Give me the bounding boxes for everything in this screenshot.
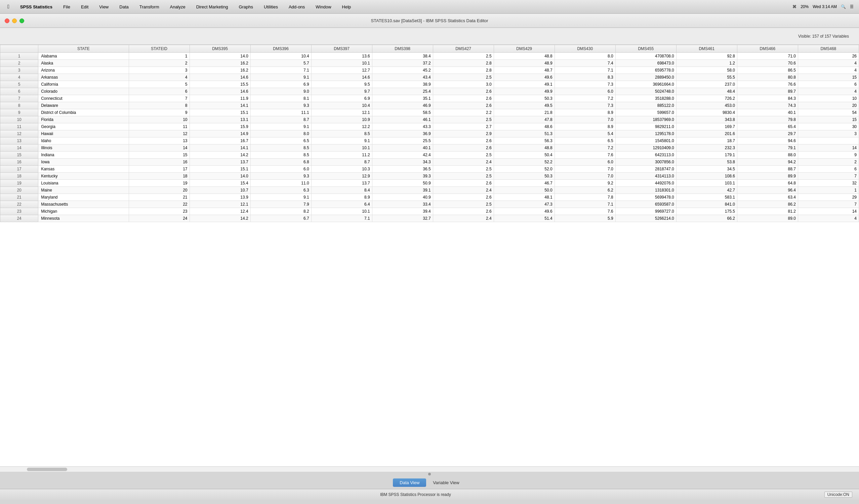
table-row[interactable]: 10Florida1013.18.710.946.12.547.87.01853… <box>0 116 859 123</box>
table-row[interactable]: 14Illinois1414.18.510.140.12.648.87.2129… <box>0 144 859 152</box>
table-row[interactable]: 8Delaware814.19.310.446.92.649.57.388512… <box>0 102 859 109</box>
cell-state: Delaware <box>38 102 129 109</box>
table-row[interactable]: 5California515.56.99.538.93.049.17.33696… <box>0 81 859 88</box>
cell-value: 3518288.0 <box>615 95 676 102</box>
cell-value: 6.9 <box>251 81 311 88</box>
col-dms398[interactable]: DMS398 <box>372 45 433 53</box>
transform-menu[interactable]: Transform <box>137 4 161 10</box>
col-dms397[interactable]: DMS397 <box>311 45 372 53</box>
close-button[interactable] <box>5 18 10 23</box>
table-row[interactable]: 19Louisiana1915.411.013.750.92.646.79.24… <box>0 180 859 187</box>
col-dms429[interactable]: DMS429 <box>494 45 555 53</box>
cell-value: 24 <box>129 215 190 222</box>
cell-value: 5 <box>129 81 190 88</box>
cell-value: 16.2 <box>190 60 251 67</box>
cell-value: 50.3 <box>494 95 555 102</box>
graphs-menu[interactable]: Graphs <box>237 4 255 10</box>
analyze-menu[interactable]: Analyze <box>168 4 187 10</box>
table-row[interactable]: 13Idaho1316.76.59.125.52.656.36.51545801… <box>0 137 859 144</box>
cell-value: 49.5 <box>494 102 555 109</box>
col-dms395[interactable]: DMS395 <box>190 45 251 53</box>
minimize-button[interactable] <box>12 18 17 23</box>
cell-value: 1318301.0 <box>615 187 676 194</box>
table-row[interactable]: 15Indiana1514.28.511.242.42.550.47.66423… <box>0 152 859 158</box>
cell-value: 43.3 <box>372 123 433 131</box>
cell-value: 9.3 <box>251 173 311 180</box>
window-menu[interactable]: Window <box>314 4 333 10</box>
row-number: 23 <box>0 208 38 215</box>
table-row[interactable]: 6Colorado614.69.09.725.42.649.96.0502474… <box>0 88 859 95</box>
table-row[interactable]: 22Massachusetts2212.17.96.433.42.547.37.… <box>0 201 859 208</box>
table-row[interactable]: 18Kentucky1814.09.312.939.32.550.37.0431… <box>0 173 859 180</box>
cell-value: 3 <box>129 67 190 74</box>
help-menu[interactable]: Help <box>340 4 353 10</box>
cell-value: 14.6 <box>190 88 251 95</box>
cell-value: 1545801.0 <box>615 137 676 144</box>
table-row[interactable]: 20Maine2010.76.38.439.12.450.06.21318301… <box>0 187 859 194</box>
file-menu[interactable]: File <box>61 4 72 10</box>
table-row[interactable]: 1Alabama114.010.413.638.42.548.88.047087… <box>0 53 859 60</box>
traffic-lights <box>5 18 24 23</box>
data-menu[interactable]: Data <box>117 4 131 10</box>
cell-value: 9 <box>798 152 859 158</box>
horizontal-scrollbar[interactable] <box>0 467 859 472</box>
utilities-menu[interactable]: Utilities <box>262 4 280 10</box>
col-state[interactable]: STATE <box>38 45 129 53</box>
row-number: 13 <box>0 137 38 144</box>
table-row[interactable]: 21Maryland2113.99.18.940.92.648.17.85699… <box>0 194 859 201</box>
cell-value: 48.8 <box>494 53 555 60</box>
tab-variable-view[interactable]: Variable View <box>426 478 466 487</box>
cell-value: 2.6 <box>433 102 494 109</box>
col-dms461[interactable]: DMS461 <box>676 45 737 53</box>
col-dms468[interactable]: DMS468 <box>798 45 859 53</box>
cell-value: 10.1 <box>311 60 372 67</box>
table-row[interactable]: 4Arkansas414.69.114.643.42.549.68.328894… <box>0 74 859 81</box>
data-table: STATE STATEID DMS395 DMS396 DMS397 DMS39… <box>0 45 859 222</box>
col-dms455[interactable]: DMS455 <box>615 45 676 53</box>
view-menu[interactable]: View <box>97 4 110 10</box>
table-row[interactable]: 11Georgia1115.99.112.243.32.748.68.99829… <box>0 123 859 131</box>
maximize-button[interactable] <box>19 18 24 23</box>
cell-state: Alabama <box>38 53 129 60</box>
cell-value: 6.9 <box>311 95 372 102</box>
cell-value: 14.1 <box>190 102 251 109</box>
tab-data-view[interactable]: Data View <box>393 478 426 487</box>
table-row[interactable]: 7Connecticut711.98.16.935.12.650.37.2351… <box>0 95 859 102</box>
col-dms396[interactable]: DMS396 <box>251 45 311 53</box>
cell-value: 2889450.0 <box>615 74 676 81</box>
cell-value: 6 <box>798 166 859 173</box>
table-row[interactable]: 23Michigan2312.48.210.139.42.649.67.6996… <box>0 208 859 215</box>
table-row[interactable]: 17Kansas1715.16.010.336.52.552.07.028187… <box>0 166 859 173</box>
cell-value: 7.3 <box>555 102 615 109</box>
col-stateid[interactable]: STATEID <box>129 45 190 53</box>
table-row[interactable]: 16Iowa1613.76.88.734.32.452.26.03007856.… <box>0 158 859 166</box>
clock: Wed 3:14 AM <box>813 4 837 9</box>
row-number: 4 <box>0 74 38 81</box>
add-ons-menu[interactable]: Add-ons <box>287 4 307 10</box>
row-number: 14 <box>0 144 38 152</box>
table-header: STATE STATEID DMS395 DMS396 DMS397 DMS39… <box>0 45 859 53</box>
direct-marketing-menu[interactable]: Direct Marketing <box>194 4 230 10</box>
table-row[interactable]: 3Arizona316.27.112.745.22.848.77.1659577… <box>0 67 859 74</box>
col-dms430[interactable]: DMS430 <box>555 45 615 53</box>
cell-value: 14.0 <box>190 53 251 60</box>
apple-menu[interactable]:  <box>5 3 12 11</box>
search-icon[interactable]: 🔍 <box>841 4 846 9</box>
notification-icon[interactable]: ☰ <box>850 4 854 9</box>
cell-value: 4 <box>798 67 859 74</box>
col-dms427[interactable]: DMS427 <box>433 45 494 53</box>
cell-value: 12.1 <box>190 201 251 208</box>
table-row[interactable]: 9District of Columbia915.111.112.158.52.… <box>0 109 859 116</box>
table-row[interactable]: 12Hawaii1214.98.08.536.92.951.35.4129517… <box>0 131 859 137</box>
row-number: 6 <box>0 88 38 95</box>
edit-menu[interactable]: Edit <box>79 4 90 10</box>
cell-value: 11.9 <box>190 95 251 102</box>
cell-value: 3 <box>798 131 859 137</box>
cell-value: 7.8 <box>555 194 615 201</box>
cell-value: 2.9 <box>433 131 494 137</box>
scrollbar-thumb[interactable] <box>27 468 67 471</box>
col-dms466[interactable]: DMS466 <box>737 45 798 53</box>
table-row[interactable]: 24Minnesota2414.26.77.132.72.451.45.9526… <box>0 215 859 222</box>
table-row[interactable]: 2Alaska216.25.710.137.22.848.97.4698473.… <box>0 60 859 67</box>
spss-menu[interactable]: SPSS Statistics <box>18 4 55 10</box>
